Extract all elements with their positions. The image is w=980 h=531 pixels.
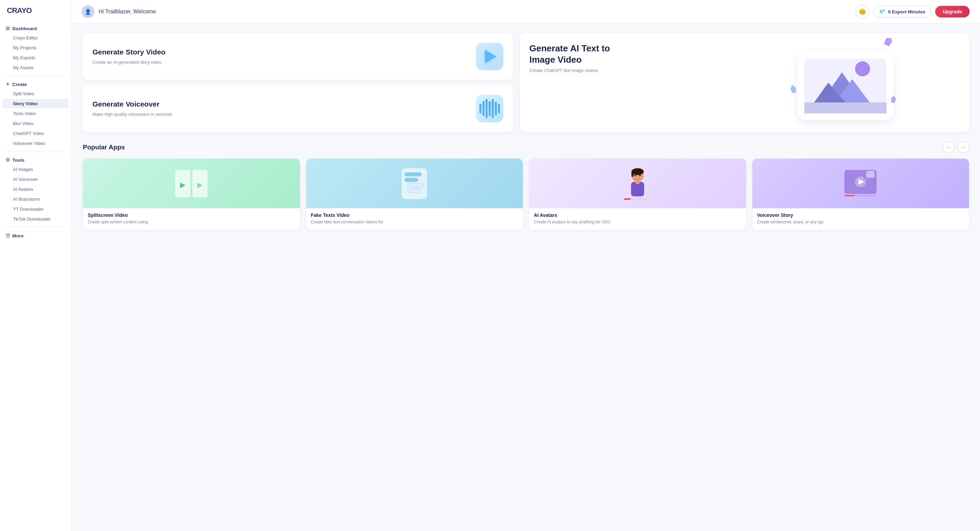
svg-point-27 bbox=[639, 174, 641, 176]
app-card-splitscreen[interactable]: Splitscreen Video Create split-screen co… bbox=[83, 159, 300, 230]
story-video-desc: Create an AI-generated story video bbox=[92, 59, 165, 66]
sidebar-section-create: ✦ Create bbox=[0, 78, 72, 89]
divider-1 bbox=[5, 75, 66, 76]
generate-story-video-card[interactable]: Generate Story Video Create an AI-genera… bbox=[83, 33, 513, 80]
voiceover-story-desc: Create wholesome, scary, or any typ bbox=[757, 219, 964, 225]
faketexts-thumb bbox=[306, 159, 523, 208]
avatars-info: AI Avatars Create AI avatars to say anyt… bbox=[529, 208, 746, 230]
wave-bar-1 bbox=[479, 104, 481, 113]
splitscreen-icon bbox=[173, 165, 210, 203]
sidebar-item-yt-downloader[interactable]: YT Downloader bbox=[3, 204, 69, 214]
sidebar-item-tiktok-downloader[interactable]: TikTok Downloader bbox=[3, 214, 69, 224]
svg-marker-9 bbox=[790, 84, 797, 93]
generate-voiceover-card[interactable]: Generate Voiceover Make high quality voi… bbox=[83, 85, 513, 132]
app-card-ai-avatars[interactable]: AI Avatars Create AI avatars to say anyt… bbox=[529, 159, 746, 230]
svg-rect-17 bbox=[404, 172, 422, 177]
avatar: 👤 bbox=[81, 5, 94, 18]
sidebar-item-ai-voiceover[interactable]: AI Voiceover bbox=[3, 175, 69, 184]
content-area: Generate Story Video Create an AI-genera… bbox=[72, 24, 980, 531]
splitscreen-title: Splitscreen Video bbox=[88, 212, 295, 218]
logo: CRAYO bbox=[0, 6, 72, 22]
sidebar-item-crayo-editor[interactable]: Crayo Editor bbox=[3, 33, 69, 43]
sidebar-section-dashboard: ⊞ Dashboard bbox=[0, 22, 72, 33]
voiceover-desc: Make high quality voiceovers in seconds bbox=[92, 111, 172, 118]
faketexts-title: Fake Texts Video bbox=[311, 212, 519, 218]
more-icon: ☰ bbox=[5, 233, 10, 239]
wave-bar-4 bbox=[488, 101, 491, 116]
faketexts-icon bbox=[396, 165, 433, 203]
sidebar-item-voiceover-video[interactable]: Voiceover Video bbox=[3, 139, 69, 148]
emoji-button[interactable]: 😊 bbox=[855, 5, 869, 19]
sidebar-item-split-video[interactable]: Split Video bbox=[3, 89, 69, 98]
svg-text:": " bbox=[868, 172, 869, 177]
svg-rect-29 bbox=[624, 198, 631, 200]
svg-rect-20 bbox=[408, 189, 420, 193]
svg-point-26 bbox=[634, 174, 636, 176]
export-minutes-button[interactable]: 💎 0 Export Minutes bbox=[873, 6, 931, 18]
svg-rect-24 bbox=[631, 182, 644, 196]
svg-rect-23 bbox=[632, 172, 633, 177]
divider-2 bbox=[5, 151, 66, 151]
story-video-text: Generate Story Video Create an AI-genera… bbox=[92, 48, 165, 66]
next-arrow[interactable]: → bbox=[958, 142, 969, 153]
sidebar-section-more[interactable]: ☰ More bbox=[0, 230, 72, 240]
ai-image-illustration bbox=[722, 33, 969, 132]
svg-rect-25 bbox=[636, 180, 640, 184]
sidebar-item-my-exports[interactable]: My Exports bbox=[3, 53, 69, 62]
tools-icon: ⚙ bbox=[5, 157, 10, 163]
ai-text-image-title: Generate AI Text to Image Video bbox=[530, 43, 625, 65]
voiceover-story-thumb: " bbox=[752, 159, 969, 208]
splitscreen-info: Splitscreen Video Create split-screen co… bbox=[83, 208, 300, 230]
play-triangle bbox=[485, 49, 496, 63]
splitscreen-desc: Create split-screen content using bbox=[88, 219, 295, 225]
popular-apps-header: Popular Apps ← → bbox=[83, 142, 969, 153]
wave-bar-6 bbox=[495, 102, 497, 115]
svg-rect-19 bbox=[408, 183, 423, 187]
sidebar-item-texts-video[interactable]: Texts Video bbox=[3, 109, 69, 118]
gem-icon: 💎 bbox=[879, 8, 886, 15]
wave-bar-2 bbox=[482, 101, 485, 116]
sidebar-item-chatgpt-video[interactable]: ChatGPT Video bbox=[3, 129, 69, 138]
main-area: 👤 Hi Trailblazer, Welcome 😊 💎 0 Export M… bbox=[72, 0, 980, 531]
sidebar: CRAYO ⊞ Dashboard Crayo Editor My Projec… bbox=[0, 0, 72, 531]
sidebar-item-ai-brainstorm[interactable]: AI Brainstorm bbox=[3, 195, 69, 204]
prev-arrow[interactable]: ← bbox=[943, 142, 955, 153]
sidebar-item-blur-video[interactable]: Blur Video bbox=[3, 119, 69, 128]
voiceover-text: Generate Voiceover Make high quality voi… bbox=[92, 100, 172, 118]
app-card-voiceover-story[interactable]: " Voiceover Story Create wholesome, scar… bbox=[752, 159, 969, 230]
app-card-faketexts[interactable]: Fake Texts Video Create fake text conver… bbox=[306, 159, 523, 230]
sidebar-item-story-video[interactable]: Story Video bbox=[3, 99, 69, 108]
wave-bar-5 bbox=[492, 99, 494, 118]
header-right: 😊 💎 0 Export Minutes Upgrade bbox=[855, 5, 970, 19]
export-minutes-label: 0 Export Minutes bbox=[888, 9, 925, 14]
faketexts-desc: Create fake text conversation videos for bbox=[311, 219, 519, 225]
popular-apps-title: Popular Apps bbox=[83, 144, 125, 151]
svg-point-5 bbox=[855, 61, 870, 77]
header-left: 👤 Hi Trailblazer, Welcome bbox=[81, 5, 156, 18]
svg-rect-13 bbox=[192, 170, 207, 197]
svg-rect-18 bbox=[404, 178, 418, 182]
svg-rect-36 bbox=[845, 195, 855, 196]
dashboard-icon: ⊞ bbox=[5, 26, 10, 32]
ai-text-image-card[interactable]: Generate AI Text to Image Video Create C… bbox=[520, 33, 969, 132]
sidebar-item-ai-images[interactable]: AI Images bbox=[3, 165, 69, 174]
popular-apps-row: Splitscreen Video Create split-screen co… bbox=[83, 159, 969, 230]
sidebar-item-my-assets[interactable]: My Assets bbox=[3, 63, 69, 72]
sidebar-item-my-projects[interactable]: My Projects bbox=[3, 43, 69, 53]
story-video-title: Generate Story Video bbox=[92, 48, 165, 56]
avatars-desc: Create AI avatars to say anything for UG… bbox=[534, 219, 741, 225]
svg-rect-6 bbox=[804, 102, 886, 113]
wave-bar-3 bbox=[485, 99, 488, 118]
voiceover-story-icon: " bbox=[842, 165, 879, 203]
wave-bar-7 bbox=[498, 104, 500, 113]
hero-row: Generate Story Video Create an AI-genera… bbox=[83, 33, 969, 132]
header: 👤 Hi Trailblazer, Welcome 😊 💎 0 Export M… bbox=[72, 0, 980, 24]
divider-3 bbox=[5, 227, 66, 227]
story-video-icon bbox=[476, 43, 503, 70]
mountain-illustration bbox=[787, 38, 904, 127]
voiceover-story-title: Voiceover Story bbox=[757, 212, 964, 218]
sidebar-section-tools: ⚙ Tools bbox=[0, 154, 72, 164]
sidebar-item-ai-avatars[interactable]: AI Avatars bbox=[3, 185, 69, 194]
svg-rect-33 bbox=[866, 171, 875, 178]
upgrade-button[interactable]: Upgrade bbox=[935, 6, 970, 18]
